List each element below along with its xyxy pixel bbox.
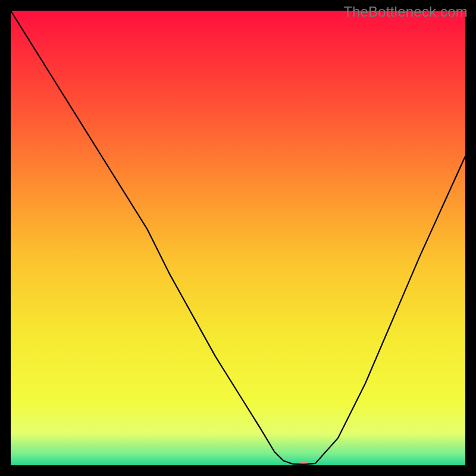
chart-svg	[11, 11, 465, 465]
gradient-background	[11, 11, 465, 465]
chart-frame: TheBottleneck.com	[0, 0, 476, 476]
watermark-text: TheBottleneck.com	[343, 4, 468, 20]
plot-area	[11, 11, 465, 465]
